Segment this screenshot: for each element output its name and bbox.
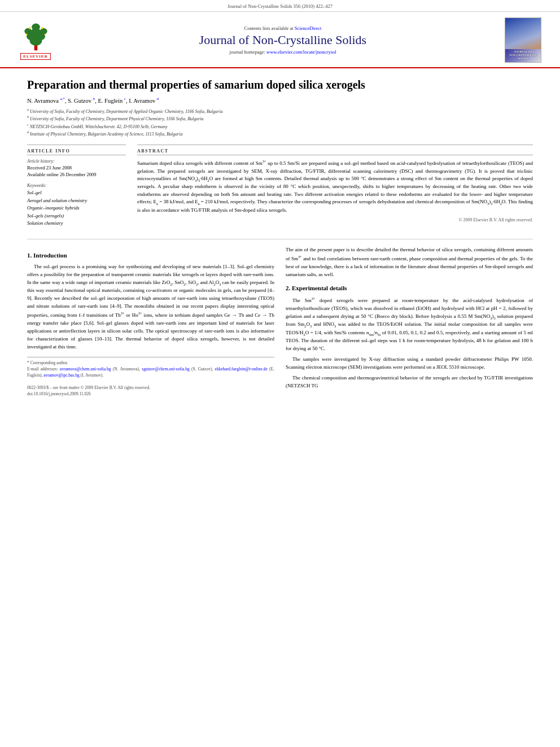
homepage-prefix: journal homepage: xyxy=(229,49,266,55)
abstract-text: Samarium doped silica xerogels with diff… xyxy=(137,159,533,214)
email-gutzov[interactable]: sgutzov@chem.uni-sofia.bg xyxy=(142,366,189,372)
svg-point-6 xyxy=(40,28,47,34)
experimental-heading: 2. Experimental details xyxy=(286,283,533,293)
footnote-area: * Corresponding author. E-mail addresses… xyxy=(27,357,274,397)
author-sup-c: c xyxy=(124,97,126,101)
svg-point-11 xyxy=(44,33,46,35)
svg-point-5 xyxy=(24,28,32,34)
aff-sup-b: b xyxy=(27,115,29,119)
email-line: E-mail addresses: avramova@chem.uni-sofi… xyxy=(27,366,274,379)
received-date: Received 23 June 2008 xyxy=(27,165,126,172)
copyright-notice: © 2009 Elsevier B.V. All rights reserved… xyxy=(137,217,533,222)
available-date: Available online 26 December 2009 xyxy=(27,172,126,178)
keywords-list: Sol–gel Aerogel and solution chemistry O… xyxy=(27,189,126,228)
author-sup-b: b xyxy=(93,97,95,101)
journal-title: Journal of Non-Crystalline Solids xyxy=(61,33,505,47)
intro-heading: 1. Introduction xyxy=(27,251,274,260)
aim-para: The aim of the present paper is to descr… xyxy=(286,246,533,279)
issn-line: 0022-3093/$ – see front matter © 2009 El… xyxy=(27,385,274,391)
journal-header-center: Contents lists available at ScienceDirec… xyxy=(61,25,505,55)
aff-sup-d: d xyxy=(27,130,29,134)
aff-sup-a: a xyxy=(27,108,29,111)
experimental-para-3: The chemical composition and thermogravi… xyxy=(286,374,533,390)
keywords-heading: Keywords: xyxy=(27,183,126,188)
main-content: Preparation and thermal properties of sa… xyxy=(0,68,560,406)
elsevier-label: ELSEVIER xyxy=(20,53,50,60)
author-sup-a: a,* xyxy=(60,97,64,101)
topbar-text: Journal of Non-Crystalline Solids 356 (2… xyxy=(228,3,333,9)
elsevier-logo-area: ELSEVIER xyxy=(10,21,61,60)
sciencedirect-prefix: Contents lists available at xyxy=(244,25,294,31)
journal-header: ELSEVIER Contents lists available at Sci… xyxy=(0,12,560,68)
journal-cover-title: JOURNAL OF NON-CRYSTALLINE SOLIDS xyxy=(509,50,536,60)
aff-sup-c: c xyxy=(27,123,29,126)
svg-point-7 xyxy=(32,23,40,30)
email-avramova[interactable]: avramova@chem.uni-sofia.bg xyxy=(60,366,111,372)
email-label: E-mail addresses: xyxy=(27,366,58,372)
svg-point-10 xyxy=(25,33,27,35)
abstract-label: ABSTRACT xyxy=(137,148,533,155)
abstract-col: ABSTRACT Samarium doped silica xerogels … xyxy=(137,145,533,232)
journal-cover-area: JOURNAL OF NON-CRYSTALLINE SOLIDS xyxy=(505,18,550,63)
elsevier-logo: ELSEVIER xyxy=(10,21,61,60)
section-divider xyxy=(27,239,533,239)
email-fuglein[interactable]: ekkehard.fueglein@t-online.de xyxy=(215,366,268,372)
body-col-left: 1. Introduction The sol–gel process is a… xyxy=(27,246,274,397)
journal-homepage: journal homepage: www.elsevier.com/locat… xyxy=(61,49,505,55)
experimental-para-1: The Sm3+ doped xerogels were prepared at… xyxy=(286,296,533,353)
email-avramov[interactable]: avramov@ipc.bas.bg xyxy=(43,373,80,378)
svg-point-9 xyxy=(41,27,43,29)
homepage-url[interactable]: www.elsevier.com/locate/jnoncrysol xyxy=(266,49,336,55)
author-sup-d: d xyxy=(157,97,159,101)
authors-line: N. Avramova a,*, S. Gutzov b, E. Fuglein… xyxy=(27,97,533,104)
sciencedirect-link[interactable]: ScienceDirect xyxy=(295,25,322,31)
keywords-group: Keywords: Sol–gel Aerogel and solution c… xyxy=(27,183,126,228)
info-abstract-section: ARTICLE INFO Article history: Received 2… xyxy=(27,145,533,232)
svg-point-8 xyxy=(28,27,30,29)
intro-para-1: The sol–gel process is a promising way f… xyxy=(27,263,274,351)
article-info-box: ARTICLE INFO Article history: Received 2… xyxy=(27,145,126,228)
sciencedirect-line: Contents lists available at ScienceDirec… xyxy=(61,25,505,31)
body-section: 1. Introduction The sol–gel process is a… xyxy=(27,246,533,397)
article-title: Preparation and thermal properties of sa… xyxy=(27,77,533,92)
doi-line: doi:10.1016/j.jnoncrysol.2009.11.026 xyxy=(27,391,274,397)
article-info-label: ARTICLE INFO xyxy=(27,148,126,155)
elsevier-tree-icon xyxy=(20,21,51,52)
affiliations: a University of Sofia, Faculty of Chemis… xyxy=(27,107,533,138)
journal-cover-bg xyxy=(505,18,541,49)
journal-reference: Journal of Non-Crystalline Solids 356 (2… xyxy=(0,0,560,12)
history-heading: Article history: xyxy=(27,159,126,164)
corresponding-note: * Corresponding author. xyxy=(27,360,274,366)
abstract-box: ABSTRACT Samarium doped silica xerogels … xyxy=(137,145,533,222)
article-info-col: ARTICLE INFO Article history: Received 2… xyxy=(27,145,126,232)
doi-bar: 0022-3093/$ – see front matter © 2009 El… xyxy=(27,385,274,397)
article-history-group: Article history: Received 23 June 2008 A… xyxy=(27,159,126,178)
journal-cover-image: JOURNAL OF NON-CRYSTALLINE SOLIDS xyxy=(505,18,541,63)
experimental-para-2: The samples were investigated by X-ray d… xyxy=(286,356,533,372)
body-col-right: The aim of the present paper is to descr… xyxy=(286,246,533,397)
